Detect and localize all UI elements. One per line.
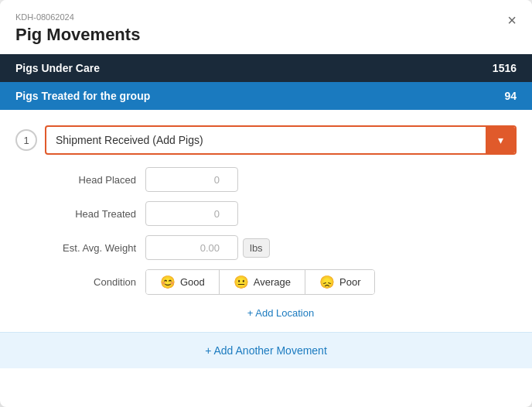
pigs-under-care-bar: Pigs Under Care 1516 (0, 54, 532, 82)
est-avg-weight-row: Est. Avg. Weight lbs (45, 235, 517, 260)
good-icon: 😊 (160, 275, 176, 289)
add-movement-bar: + Add Another Movement (0, 332, 532, 368)
add-location-link[interactable]: + Add Location (247, 307, 314, 319)
condition-button-group: 😊 Good 😐 Average 😞 Poor (145, 269, 375, 295)
condition-good-label: Good (180, 276, 205, 288)
average-icon: 😐 (234, 275, 249, 289)
head-placed-input[interactable] (145, 167, 238, 192)
modal-subtitle: KDH-08062024 (15, 12, 517, 22)
step-circle: 1 (15, 129, 37, 151)
head-treated-input[interactable] (145, 201, 238, 226)
pigs-under-care-value: 1516 (493, 62, 517, 74)
est-avg-weight-input[interactable] (145, 235, 238, 260)
condition-label: Condition (45, 276, 145, 288)
condition-good-button[interactable]: 😊 Good (146, 270, 220, 294)
modal-header: KDH-08062024 Pig Movements × (0, 0, 532, 54)
modal-container: KDH-08062024 Pig Movements × Pigs Under … (0, 0, 532, 407)
close-button[interactable]: × (507, 12, 517, 28)
pigs-treated-label: Pigs Treated for the group (15, 90, 150, 102)
condition-average-button[interactable]: 😐 Average (220, 270, 305, 294)
movement-type-dropdown[interactable]: Shipment Received (Add Pigs) ▾ (45, 125, 517, 155)
condition-row: Condition 😊 Good 😐 Average 😞 Poor (45, 269, 517, 295)
condition-poor-label: Poor (339, 276, 360, 288)
dropdown-arrow-button[interactable]: ▾ (486, 125, 515, 155)
condition-average-label: Average (254, 276, 291, 288)
pigs-treated-value: 94 (504, 90, 517, 102)
movement-type-row: 1 Shipment Received (Add Pigs) ▾ (15, 125, 517, 155)
poor-icon: 😞 (319, 275, 335, 289)
head-placed-row: Head Placed (45, 167, 517, 192)
head-treated-row: Head Treated (45, 201, 517, 226)
movement-section: 1 Shipment Received (Add Pigs) ▾ Head Pl… (0, 110, 532, 320)
add-movement-link[interactable]: + Add Another Movement (205, 344, 327, 357)
head-placed-label: Head Placed (45, 174, 145, 186)
dropdown-selected-value: Shipment Received (Add Pigs) (46, 134, 486, 146)
head-treated-label: Head Treated (45, 208, 145, 220)
modal-title: Pig Movements (15, 25, 517, 45)
pigs-treated-bar: Pigs Treated for the group 94 (0, 82, 532, 110)
weight-unit: lbs (243, 238, 270, 258)
est-avg-weight-label: Est. Avg. Weight (45, 242, 145, 254)
stats-section: Pigs Under Care 1516 Pigs Treated for th… (0, 54, 532, 110)
add-location-section: + Add Location (45, 306, 517, 320)
pigs-under-care-label: Pigs Under Care (15, 62, 100, 74)
form-fields: Head Placed Head Treated Est. Avg. Weigh… (15, 167, 517, 320)
condition-poor-button[interactable]: 😞 Poor (305, 270, 374, 294)
